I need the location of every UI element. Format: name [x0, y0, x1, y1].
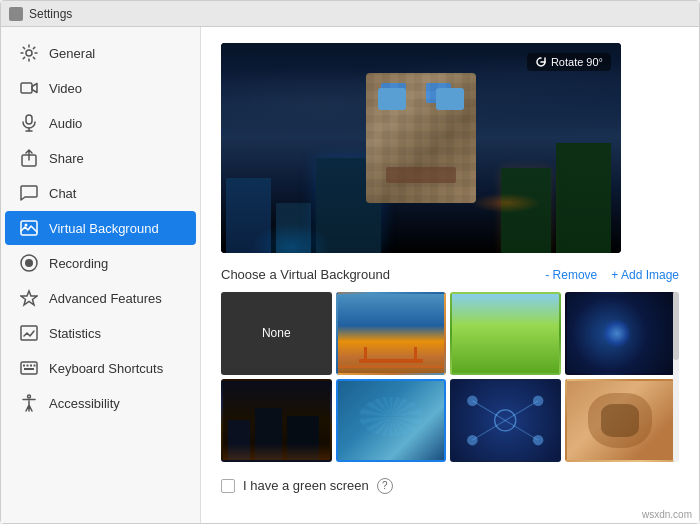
choose-header: Choose a Virtual Background - Remove + A…	[221, 267, 679, 282]
sidebar-label-statistics: Statistics	[49, 326, 101, 341]
thumbnail-ocean[interactable]	[336, 379, 447, 462]
eye-right	[436, 88, 464, 110]
green-screen-label: I have a green screen	[243, 478, 369, 493]
sidebar-item-audio[interactable]: Audio	[5, 106, 196, 140]
preview-container: Rotate 90°	[221, 43, 621, 253]
sidebar-item-accessibility[interactable]: Accessibility	[5, 386, 196, 420]
orange-light	[471, 193, 541, 213]
space-bg	[567, 294, 674, 373]
eye-left	[378, 88, 406, 110]
none-label: None	[262, 326, 291, 340]
dog-face	[588, 393, 652, 448]
sidebar-item-statistics[interactable]: Statistics	[5, 316, 196, 350]
sidebar-item-general[interactable]: General	[5, 36, 196, 70]
thumbnails-grid: None	[221, 292, 679, 462]
thumbnail-bridge[interactable]	[336, 292, 447, 375]
mouth	[386, 167, 456, 183]
user-video-pixelated	[366, 73, 476, 203]
scrollbar-thumb[interactable]	[673, 292, 679, 360]
sidebar-label-audio: Audio	[49, 116, 82, 131]
sidebar: General Video Audio Share	[1, 27, 201, 523]
remove-button[interactable]: - Remove	[545, 268, 597, 282]
grass-bg	[452, 294, 559, 373]
titlebar-title: Settings	[29, 7, 72, 21]
scrollbar-track	[673, 292, 679, 462]
accessibility-icon	[19, 393, 39, 413]
sidebar-label-advanced: Advanced Features	[49, 291, 162, 306]
svg-point-18	[28, 395, 31, 398]
chat-icon	[19, 183, 39, 203]
thumbnail-none[interactable]: None	[221, 292, 332, 375]
sidebar-item-virtual-background[interactable]: Virtual Background	[5, 211, 196, 245]
main-content: Rotate 90° Choose a Virtual Background -…	[201, 27, 699, 523]
ocean-bg	[338, 381, 445, 460]
sidebar-label-video: Video	[49, 81, 82, 96]
svg-rect-14	[27, 365, 29, 367]
cn-glow	[223, 444, 330, 460]
statistics-icon	[19, 323, 39, 343]
sidebar-label-chat: Chat	[49, 186, 76, 201]
sidebar-item-share[interactable]: Share	[5, 141, 196, 175]
city-night-bg	[223, 381, 330, 460]
svg-rect-2	[26, 115, 32, 124]
svg-point-0	[26, 50, 32, 56]
svg-rect-17	[24, 368, 34, 370]
svg-point-21	[533, 395, 544, 406]
settings-window: Settings General Video Audio	[0, 0, 700, 524]
choose-title: Choose a Virtual Background	[221, 267, 390, 282]
titlebar: Settings	[1, 1, 699, 27]
watermark: wsxdn.com	[642, 509, 692, 520]
thumbnail-dog[interactable]	[565, 379, 676, 462]
thumbnail-grass[interactable]	[450, 292, 561, 375]
sidebar-item-video[interactable]: Video	[5, 71, 196, 105]
thumbnail-city-night[interactable]	[221, 379, 332, 462]
ocean-network	[359, 397, 423, 436]
sidebar-item-advanced[interactable]: Advanced Features	[5, 281, 196, 315]
sidebar-label-keyboard: Keyboard Shortcuts	[49, 361, 163, 376]
help-icon[interactable]: ?	[377, 478, 393, 494]
network-bg	[452, 381, 559, 460]
bridge-tower-r	[414, 347, 417, 363]
thumbnail-network[interactable]	[450, 379, 561, 462]
svg-rect-11	[21, 326, 37, 340]
sidebar-item-chat[interactable]: Chat	[5, 176, 196, 210]
share-icon	[19, 148, 39, 168]
sidebar-label-accessibility: Accessibility	[49, 396, 120, 411]
green-screen-checkbox[interactable]	[221, 479, 235, 493]
earth	[604, 318, 631, 350]
green-screen-section: I have a green screen ?	[221, 478, 679, 494]
dog-snout	[601, 404, 639, 437]
dog-bg	[567, 381, 674, 460]
general-icon	[19, 43, 39, 63]
sidebar-item-recording[interactable]: Recording	[5, 246, 196, 280]
svg-point-23	[533, 435, 544, 446]
advanced-icon	[19, 288, 39, 308]
svg-point-20	[467, 395, 478, 406]
svg-point-22	[467, 435, 478, 446]
sidebar-label-recording: Recording	[49, 256, 108, 271]
building-right-1	[556, 143, 611, 253]
svg-rect-16	[34, 365, 36, 367]
svg-point-7	[25, 224, 28, 227]
audio-icon	[19, 113, 39, 133]
thumbnail-space[interactable]	[565, 292, 676, 375]
choose-actions: - Remove + Add Image	[545, 268, 679, 282]
bridge-bg	[338, 294, 445, 373]
bridge-span	[359, 359, 423, 363]
thumbnails-wrapper: None	[221, 292, 679, 462]
svg-rect-15	[30, 365, 32, 367]
add-image-button[interactable]: + Add Image	[611, 268, 679, 282]
virtual-background-icon	[19, 218, 39, 238]
titlebar-icon	[9, 7, 23, 21]
keyboard-icon	[19, 358, 39, 378]
sidebar-item-keyboard[interactable]: Keyboard Shortcuts	[5, 351, 196, 385]
rotate-button[interactable]: Rotate 90°	[527, 53, 611, 71]
city-glow	[251, 223, 331, 253]
sidebar-label-virtual-background: Virtual Background	[49, 221, 159, 236]
svg-point-9	[25, 259, 33, 267]
svg-marker-10	[21, 291, 37, 305]
preview-background	[221, 43, 621, 253]
sidebar-label-general: General	[49, 46, 95, 61]
svg-rect-1	[21, 83, 32, 93]
video-icon	[19, 78, 39, 98]
